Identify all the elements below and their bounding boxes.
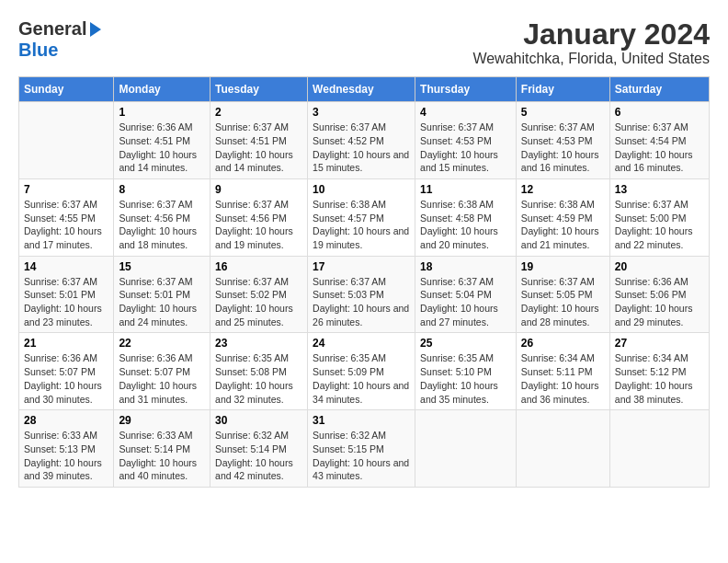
day-cell: 25Sunrise: 6:35 AM Sunset: 5:10 PM Dayli… — [415, 333, 517, 410]
day-number: 1 — [119, 106, 205, 119]
day-info: Sunrise: 6:37 AM Sunset: 5:02 PM Dayligh… — [215, 275, 302, 329]
day-number: 4 — [420, 106, 511, 119]
day-info: Sunrise: 6:37 AM Sunset: 5:01 PM Dayligh… — [119, 275, 205, 329]
day-cell: 2Sunrise: 6:37 AM Sunset: 4:51 PM Daylig… — [210, 102, 308, 179]
page-header: General Blue January 2024 Wewahitchka, F… — [18, 18, 710, 67]
column-header-monday: Monday — [114, 77, 210, 102]
day-cell: 3Sunrise: 6:37 AM Sunset: 4:52 PM Daylig… — [308, 102, 415, 179]
day-cell: 28Sunrise: 6:33 AM Sunset: 5:13 PM Dayli… — [19, 410, 114, 488]
day-number: 3 — [313, 106, 410, 119]
week-row-4: 21Sunrise: 6:36 AM Sunset: 5:07 PM Dayli… — [19, 333, 710, 410]
day-number: 8 — [119, 183, 205, 196]
day-info: Sunrise: 6:37 AM Sunset: 5:05 PM Dayligh… — [521, 275, 605, 329]
day-number: 31 — [313, 414, 410, 427]
day-cell: 10Sunrise: 6:38 AM Sunset: 4:57 PM Dayli… — [308, 178, 415, 256]
column-header-saturday: Saturday — [609, 77, 709, 102]
day-cell: 8Sunrise: 6:37 AM Sunset: 4:56 PM Daylig… — [114, 178, 210, 256]
day-info: Sunrise: 6:38 AM Sunset: 4:57 PM Dayligh… — [313, 198, 410, 252]
day-cell: 4Sunrise: 6:37 AM Sunset: 4:53 PM Daylig… — [415, 102, 517, 179]
column-header-thursday: Thursday — [415, 77, 517, 102]
day-number: 21 — [24, 337, 108, 350]
day-number: 17 — [313, 260, 410, 273]
day-info: Sunrise: 6:35 AM Sunset: 5:08 PM Dayligh… — [215, 351, 302, 406]
column-header-tuesday: Tuesday — [210, 77, 308, 102]
week-row-3: 14Sunrise: 6:37 AM Sunset: 5:01 PM Dayli… — [19, 256, 710, 333]
day-number: 5 — [521, 106, 605, 119]
day-info: Sunrise: 6:33 AM Sunset: 5:14 PM Dayligh… — [119, 429, 205, 483]
day-info: Sunrise: 6:37 AM Sunset: 4:53 PM Dayligh… — [420, 121, 511, 175]
day-info: Sunrise: 6:34 AM Sunset: 5:12 PM Dayligh… — [615, 351, 704, 406]
column-header-sunday: Sunday — [19, 77, 114, 102]
day-info: Sunrise: 6:37 AM Sunset: 4:51 PM Dayligh… — [215, 121, 302, 175]
day-cell: 12Sunrise: 6:38 AM Sunset: 4:59 PM Dayli… — [516, 178, 609, 256]
day-number: 23 — [215, 337, 302, 350]
day-number: 11 — [420, 183, 511, 196]
title-block: January 2024 Wewahitchka, Florida, Unite… — [472, 18, 710, 67]
day-info: Sunrise: 6:37 AM Sunset: 4:54 PM Dayligh… — [615, 121, 704, 175]
day-info: Sunrise: 6:36 AM Sunset: 5:07 PM Dayligh… — [119, 351, 205, 406]
day-cell: 27Sunrise: 6:34 AM Sunset: 5:12 PM Dayli… — [609, 333, 709, 410]
day-number: 25 — [420, 337, 511, 350]
day-cell: 31Sunrise: 6:32 AM Sunset: 5:15 PM Dayli… — [308, 410, 415, 488]
day-number: 10 — [313, 183, 410, 196]
day-cell: 7Sunrise: 6:37 AM Sunset: 4:55 PM Daylig… — [19, 178, 114, 256]
day-number: 30 — [215, 414, 302, 427]
day-number: 29 — [119, 414, 205, 427]
day-number: 27 — [615, 337, 704, 350]
logo-general-text: General — [18, 18, 86, 40]
day-number: 22 — [119, 337, 205, 350]
day-cell: 21Sunrise: 6:36 AM Sunset: 5:07 PM Dayli… — [19, 333, 114, 410]
logo: General Blue — [18, 18, 105, 61]
day-number: 9 — [215, 183, 302, 196]
day-cell: 18Sunrise: 6:37 AM Sunset: 5:04 PM Dayli… — [415, 256, 517, 333]
day-number: 28 — [24, 414, 108, 427]
logo-arrow-icon — [86, 20, 105, 39]
day-cell: 23Sunrise: 6:35 AM Sunset: 5:08 PM Dayli… — [210, 333, 308, 410]
day-info: Sunrise: 6:34 AM Sunset: 5:11 PM Dayligh… — [521, 351, 605, 406]
day-info: Sunrise: 6:32 AM Sunset: 5:14 PM Dayligh… — [215, 429, 302, 483]
day-info: Sunrise: 6:37 AM Sunset: 4:53 PM Dayligh… — [521, 121, 605, 175]
calendar-header-row: SundayMondayTuesdayWednesdayThursdayFrid… — [19, 77, 710, 102]
day-number: 20 — [615, 260, 704, 273]
day-number: 13 — [615, 183, 704, 196]
column-header-wednesday: Wednesday — [308, 77, 415, 102]
day-cell: 15Sunrise: 6:37 AM Sunset: 5:01 PM Dayli… — [114, 256, 210, 333]
day-number: 7 — [24, 183, 108, 196]
day-number: 24 — [313, 337, 410, 350]
day-number: 6 — [615, 106, 704, 119]
day-info: Sunrise: 6:37 AM Sunset: 4:52 PM Dayligh… — [313, 121, 410, 175]
week-row-1: 1Sunrise: 6:36 AM Sunset: 4:51 PM Daylig… — [19, 102, 710, 179]
logo-blue-text: Blue — [18, 40, 58, 61]
day-cell: 5Sunrise: 6:37 AM Sunset: 4:53 PM Daylig… — [516, 102, 609, 179]
day-info: Sunrise: 6:37 AM Sunset: 5:01 PM Dayligh… — [24, 275, 108, 329]
day-cell: 11Sunrise: 6:38 AM Sunset: 4:58 PM Dayli… — [415, 178, 517, 256]
page-subtitle: Wewahitchka, Florida, United States — [472, 51, 710, 67]
day-info: Sunrise: 6:35 AM Sunset: 5:10 PM Dayligh… — [420, 351, 511, 406]
day-info: Sunrise: 6:35 AM Sunset: 5:09 PM Dayligh… — [313, 351, 410, 406]
day-info: Sunrise: 6:36 AM Sunset: 5:06 PM Dayligh… — [615, 275, 704, 329]
day-info: Sunrise: 6:33 AM Sunset: 5:13 PM Dayligh… — [24, 429, 108, 483]
day-number: 14 — [24, 260, 108, 273]
day-cell: 17Sunrise: 6:37 AM Sunset: 5:03 PM Dayli… — [308, 256, 415, 333]
day-cell — [516, 410, 609, 488]
day-number: 26 — [521, 337, 605, 350]
day-info: Sunrise: 6:36 AM Sunset: 4:51 PM Dayligh… — [119, 121, 205, 175]
day-cell: 6Sunrise: 6:37 AM Sunset: 4:54 PM Daylig… — [609, 102, 709, 179]
week-row-5: 28Sunrise: 6:33 AM Sunset: 5:13 PM Dayli… — [19, 410, 710, 488]
day-cell: 14Sunrise: 6:37 AM Sunset: 5:01 PM Dayli… — [19, 256, 114, 333]
day-cell: 20Sunrise: 6:36 AM Sunset: 5:06 PM Dayli… — [609, 256, 709, 333]
day-info: Sunrise: 6:37 AM Sunset: 5:00 PM Dayligh… — [615, 198, 704, 252]
week-row-2: 7Sunrise: 6:37 AM Sunset: 4:55 PM Daylig… — [19, 178, 710, 256]
calendar-table: SundayMondayTuesdayWednesdayThursdayFrid… — [18, 76, 710, 488]
day-info: Sunrise: 6:37 AM Sunset: 4:56 PM Dayligh… — [119, 198, 205, 252]
day-cell: 30Sunrise: 6:32 AM Sunset: 5:14 PM Dayli… — [210, 410, 308, 488]
day-cell: 16Sunrise: 6:37 AM Sunset: 5:02 PM Dayli… — [210, 256, 308, 333]
day-cell: 9Sunrise: 6:37 AM Sunset: 4:56 PM Daylig… — [210, 178, 308, 256]
svg-marker-0 — [90, 22, 101, 37]
day-number: 12 — [521, 183, 605, 196]
day-info: Sunrise: 6:36 AM Sunset: 5:07 PM Dayligh… — [24, 351, 108, 406]
day-info: Sunrise: 6:37 AM Sunset: 5:04 PM Dayligh… — [420, 275, 511, 329]
day-number: 18 — [420, 260, 511, 273]
day-info: Sunrise: 6:37 AM Sunset: 5:03 PM Dayligh… — [313, 275, 410, 329]
column-header-friday: Friday — [516, 77, 609, 102]
